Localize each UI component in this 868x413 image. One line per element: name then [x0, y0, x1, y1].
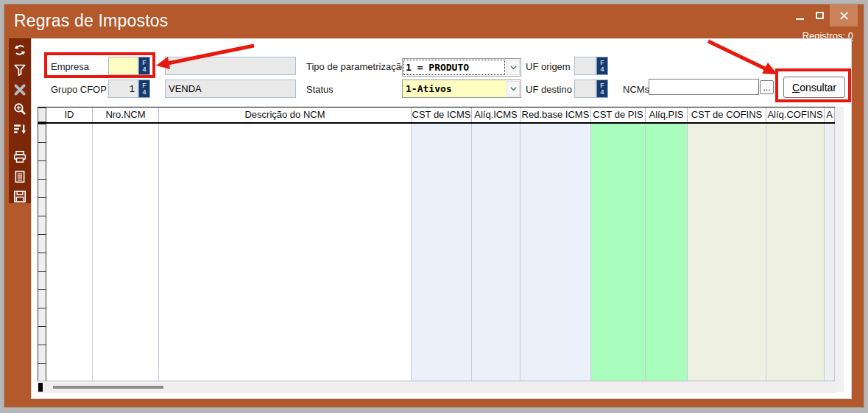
- grid-column-header-7[interactable]: Alíq.PIS: [646, 107, 688, 122]
- save-icon: [13, 190, 27, 203]
- grid-header: IDNro.NCMDescrição do NCMCST de ICMSAlíq…: [38, 107, 835, 124]
- ncms-input[interactable]: [649, 79, 759, 95]
- refresh-button[interactable]: [13, 43, 27, 57]
- grid-horizontal-scrollbar[interactable]: [38, 381, 835, 393]
- toolbar-strip: [9, 38, 31, 203]
- uf-destino-input[interactable]: [574, 80, 596, 98]
- status-label: Status: [306, 84, 334, 95]
- content-panel: Empresa F4 Tipo de parametrização 1 = PR…: [31, 38, 852, 399]
- grid-column-header-0[interactable]: ID: [46, 107, 93, 122]
- save-button[interactable]: [13, 189, 27, 203]
- grid-column-body-7: [646, 124, 688, 381]
- scrollbar-thumb[interactable]: [53, 386, 163, 389]
- grid-column-body-4: [472, 124, 521, 381]
- grid-body: [38, 124, 835, 381]
- refresh-icon: [13, 43, 27, 57]
- status-dropdown-button[interactable]: [507, 81, 520, 96]
- chevron-down-icon: [510, 66, 517, 70]
- grid-column-body-0: [46, 124, 93, 381]
- window-title: Regras de Impostos: [14, 11, 168, 31]
- grid-gutter: [835, 107, 844, 392]
- status-select[interactable]: 1-Ativos: [402, 80, 521, 98]
- tipo-dropdown-button[interactable]: [507, 60, 520, 75]
- ncms-browse-button[interactable]: ...: [760, 80, 774, 94]
- clear-filter-icon: [13, 83, 27, 96]
- tipo-parametrizacao-label: Tipo de parametrização: [306, 61, 406, 72]
- grid-row-selector-column[interactable]: [38, 124, 46, 381]
- grid-header-cells: IDNro.NCMDescrição do NCMCST de ICMSAlíq…: [46, 107, 835, 122]
- grid-column-header-2[interactable]: Descrição do NCM: [159, 107, 412, 122]
- grid-column-body-2: [159, 124, 412, 381]
- uf-destino-f4-button[interactable]: F4: [596, 80, 608, 98]
- zoom-button[interactable]: [13, 102, 27, 116]
- print-button[interactable]: [13, 150, 27, 164]
- maximize-button[interactable]: [810, 4, 830, 27]
- minimize-icon: [796, 18, 804, 20]
- grid-column-header-4[interactable]: Alíq.ICMS: [472, 107, 521, 122]
- report-icon: [13, 170, 27, 183]
- grid-column-body-5: [521, 124, 591, 381]
- print-icon: [13, 150, 27, 163]
- grid-column-header-5[interactable]: Red.base ICMS: [521, 107, 591, 122]
- close-button[interactable]: [830, 4, 858, 27]
- uf-origem-label: UF origem: [526, 61, 571, 72]
- grid-column-header-8[interactable]: CST de COFINS: [688, 107, 766, 122]
- grid-column-body-1: [93, 124, 159, 381]
- filter-button[interactable]: [13, 63, 27, 77]
- window-controls: [790, 4, 858, 27]
- grid-column-header-6[interactable]: CST de PIS: [591, 107, 646, 122]
- grid-column-header-9[interactable]: Alíq.COFINS: [766, 107, 825, 122]
- grid-column-body-6: [591, 124, 646, 381]
- ncms-label: NCMs: [623, 84, 649, 95]
- minimize-button[interactable]: [790, 4, 810, 27]
- grid-column-body-3: [412, 124, 472, 381]
- report-button[interactable]: [13, 170, 27, 184]
- grid-column-header-10[interactable]: A: [825, 107, 835, 122]
- annotation-box-empresa: [44, 52, 155, 78]
- uf-destino-label: UF destino: [526, 84, 572, 95]
- sort-button[interactable]: [13, 122, 27, 136]
- zoom-icon: [13, 102, 27, 116]
- grid-column-body-10: [825, 124, 835, 381]
- annotation-box-consultar: [775, 68, 851, 102]
- maximize-icon: [816, 12, 824, 19]
- uf-origem-input[interactable]: [574, 57, 596, 75]
- grid-column-body-8: [688, 124, 766, 381]
- filter-icon: [13, 63, 27, 77]
- sort-down-icon: [13, 122, 27, 135]
- grid-column-header-1[interactable]: Nro.NCM: [93, 107, 159, 122]
- tipo-parametrizacao-select[interactable]: 1 = PRODUTO: [402, 58, 521, 77]
- grupo-cfop-input[interactable]: 1: [108, 80, 138, 98]
- close-icon: [839, 11, 849, 21]
- grid-column-body-9: [766, 124, 825, 381]
- grupo-cfop-f4-button[interactable]: F4: [138, 80, 150, 98]
- grupo-cfop-label: Grupo CFOP: [51, 84, 107, 95]
- scrollbar-mark: [38, 383, 43, 392]
- clear-filter-button[interactable]: [13, 82, 27, 96]
- grid-body-cols: [46, 124, 835, 381]
- grid-column-header-3[interactable]: CST de ICMS: [412, 107, 472, 122]
- chevron-down-icon: [510, 87, 517, 91]
- empresa-desc-field: [165, 57, 296, 75]
- grid-select-all-cell[interactable]: [38, 107, 46, 122]
- uf-origem-f4-button[interactable]: F4: [596, 57, 608, 75]
- grupo-cfop-desc-field: VENDA: [165, 80, 296, 98]
